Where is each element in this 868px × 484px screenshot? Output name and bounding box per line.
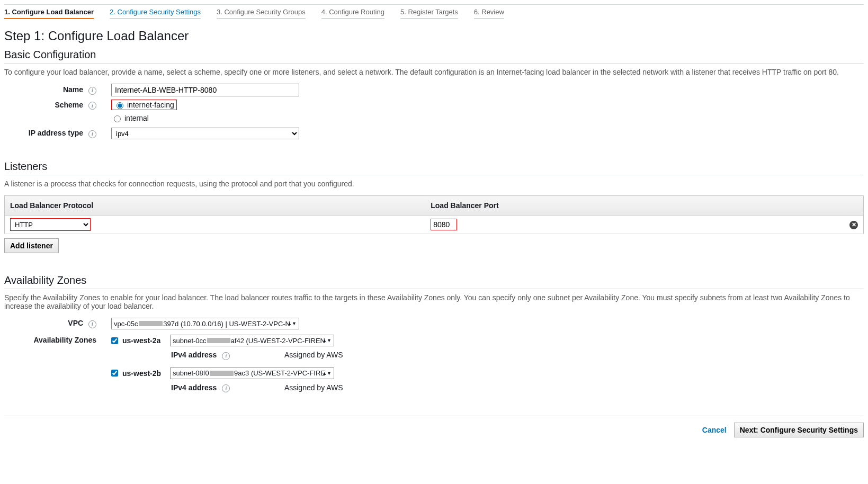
wizard-step-3[interactable]: 3. Configure Security Groups [217, 5, 306, 19]
section-title-listeners: Listeners [4, 160, 864, 173]
page-title: Step 1: Configure Load Balancer [4, 29, 864, 43]
ipv4-assigned-value: Assigned by AWS [284, 383, 343, 392]
wizard-step-2[interactable]: 2. Configure Security Settings [110, 5, 201, 19]
add-listener-button[interactable]: Add listener [4, 238, 59, 253]
col-port: Load Balancer Port [425, 196, 844, 216]
wizard-step-6[interactable]: 6. Review [474, 5, 504, 19]
ipv4-assigned-value: Assigned by AWS [284, 351, 343, 359]
vpc-select[interactable]: vpc-05c397d (10.70.0.0/16) | US-WEST-2-V… [111, 318, 299, 329]
info-icon[interactable]: i [88, 320, 96, 328]
wizard-step-1[interactable]: 1. Configure Load Balancer [4, 5, 94, 19]
info-icon[interactable]: i [222, 352, 230, 360]
chevron-updown-icon: ▲▼ [287, 321, 297, 326]
listeners-table: Load Balancer Protocol Load Balancer Por… [4, 195, 864, 234]
listener-port-input[interactable] [431, 219, 457, 230]
wizard-step-4[interactable]: 4. Configure Routing [321, 5, 384, 19]
col-protocol: Load Balancer Protocol [5, 196, 426, 216]
info-icon[interactable]: i [88, 102, 96, 110]
basic-description: To configure your load balancer, provide… [4, 68, 864, 76]
cancel-button[interactable]: Cancel [702, 426, 727, 434]
scheme-radio-internal[interactable] [114, 115, 121, 122]
footer-bar: Cancel Next: Configure Security Settings [4, 416, 864, 437]
name-input[interactable] [111, 84, 299, 96]
info-icon[interactable]: i [88, 130, 96, 138]
listener-protocol-select[interactable]: HTTP [11, 219, 90, 230]
subnet-select-us-west-2a[interactable]: subnet-0ccaf42 (US-WEST-2-VPC-FIREN ▲▼ [170, 335, 334, 346]
az-checkbox-us-west-2b[interactable] [111, 370, 118, 377]
az-name: us-west-2a [122, 336, 170, 345]
info-icon[interactable]: i [222, 384, 230, 392]
az-description: Specify the Availability Zones to enable… [4, 293, 864, 310]
listeners-description: A listener is a process that checks for … [4, 180, 864, 188]
divider [4, 289, 864, 289]
highlight-box: HTTP [10, 218, 91, 231]
ip-type-label: IP address type i [4, 129, 100, 138]
scheme-option-internal-label: internal [124, 114, 149, 122]
scheme-option-internet-label: internet-facing [127, 101, 174, 109]
ipv4-address-label: IPv4 address i [171, 383, 250, 393]
next-button[interactable]: Next: Configure Security Settings [734, 423, 864, 437]
chevron-updown-icon: ▲▼ [322, 371, 332, 376]
scheme-radio-internet-facing[interactable] [117, 102, 123, 109]
highlight-box: internet-facing [111, 100, 177, 110]
subnet-select-us-west-2b[interactable]: subnet-08f09ac3 (US-WEST-2-VPC-FIRE ▲▼ [170, 368, 334, 379]
section-title-az: Availability Zones [4, 274, 864, 286]
az-label: Availability Zones [4, 335, 100, 344]
wizard-step-5[interactable]: 5. Register Targets [400, 5, 458, 19]
ipv4-address-label: IPv4 address i [171, 351, 250, 360]
name-label: Name i [4, 85, 100, 95]
scheme-label: Scheme i [4, 101, 100, 110]
chevron-updown-icon: ▲▼ [322, 338, 332, 343]
vpc-label: VPC i [4, 319, 100, 328]
wizard-steps: 1. Configure Load Balancer 2. Configure … [4, 4, 864, 19]
az-checkbox-us-west-2a[interactable] [111, 337, 118, 344]
divider [4, 63, 864, 64]
listener-row: HTTP ✕ [5, 216, 864, 234]
az-name: us-west-2b [122, 369, 170, 378]
remove-listener-icon[interactable]: ✕ [849, 221, 858, 229]
info-icon[interactable]: i [88, 87, 96, 95]
section-title-basic: Basic Configuration [4, 49, 864, 61]
divider [4, 175, 864, 175]
highlight-box [431, 219, 457, 230]
ip-type-select[interactable]: ipv4 [111, 128, 299, 139]
